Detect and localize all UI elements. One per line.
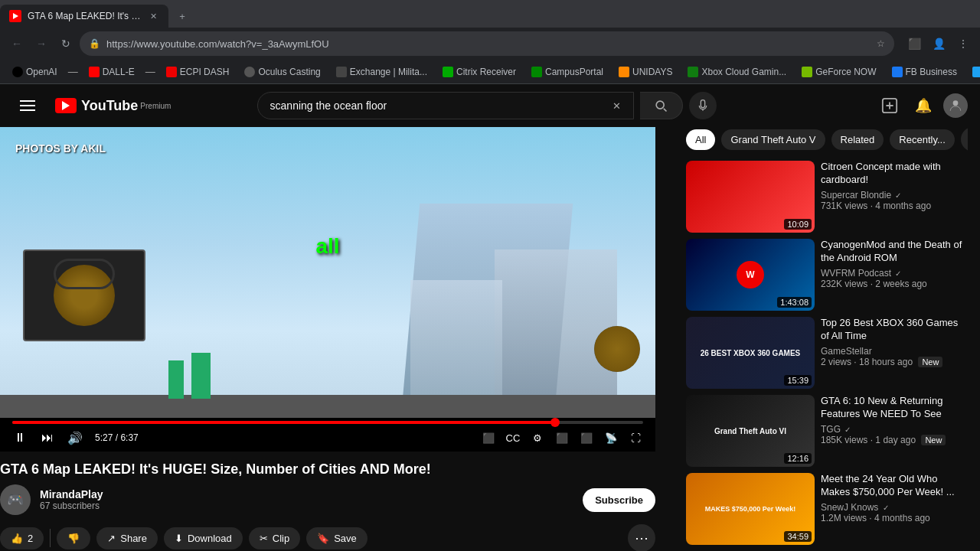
bookmark-dalle[interactable]: DALL-E — [83, 64, 141, 80]
verified-icon-1: ✓ — [895, 191, 901, 200]
more-actions-button[interactable]: ⋯ — [628, 524, 655, 551]
cast-button[interactable]: 📡 — [600, 427, 622, 448]
subscribe-button[interactable]: Subscribe — [583, 488, 655, 512]
active-tab[interactable]: GTA 6 Map LEAKED! It's H... ✕ — [0, 5, 168, 28]
related-meta-4: 185K views · 1 day ago New — [821, 435, 968, 445]
pill-all[interactable]: All — [686, 129, 715, 150]
svg-point-4 — [953, 100, 959, 106]
related-thumbnail-1: 10:09 — [686, 161, 815, 233]
address-bar[interactable]: 🔒 https://www.youtube.com/watch?v=_3aAwy… — [80, 31, 894, 56]
video-caption-text: all — [315, 234, 339, 259]
bookmark-star-icon[interactable]: ☆ — [877, 38, 885, 49]
bookmark-openai[interactable]: OpenAI — [6, 64, 64, 80]
settings-button[interactable]: ⚙ — [527, 427, 548, 448]
voice-search-button[interactable] — [689, 92, 717, 119]
clip-button[interactable]: ✂ Clip — [249, 527, 300, 549]
forward-button[interactable]: → — [31, 33, 52, 54]
progress-bar[interactable] — [12, 421, 643, 424]
tab-title: GTA 6 Map LEAKED! It's H... — [28, 11, 141, 21]
search-bar[interactable]: ✕ — [257, 92, 634, 119]
bookmark-citrix[interactable]: Citrix Receiver — [436, 64, 522, 80]
search-button[interactable] — [640, 92, 683, 119]
bookmark-campus[interactable]: CampusPortal — [525, 64, 609, 80]
bookmark-exchange[interactable]: Exchange | Milita... — [330, 64, 433, 80]
chapters-button[interactable]: ⬛ — [478, 427, 499, 448]
save-button[interactable]: 🔖 Save — [306, 527, 368, 549]
bookmark-favicon-twitter1 — [972, 67, 980, 77]
video-watermark: PHOTOS BY AKIL — [15, 142, 106, 155]
share-button[interactable]: ↗ Share — [96, 527, 158, 549]
download-icon: ⬇ — [175, 533, 183, 544]
bookmark-unidays[interactable]: UNIDAYS — [612, 64, 678, 80]
notifications-button[interactable]: 🔔 — [910, 92, 937, 119]
category-pills: All Grand Theft Auto V Related Recently.… — [686, 127, 968, 152]
browser-menu-button[interactable]: ⋮ — [952, 33, 974, 54]
bookmark-favicon-ecpi — [166, 67, 177, 77]
download-button[interactable]: ⬇ Download — [164, 527, 243, 549]
thumbnail-text-5: MAKES $750,000 Per Week! — [702, 502, 799, 516]
video-player[interactable]: PHOTOS BY AKIL all — [0, 127, 655, 418]
related-video-4[interactable]: Grand Theft Auto VI 12:16 GTA 6: 10 New … — [686, 395, 968, 467]
dislike-button[interactable]: 👎 — [57, 527, 90, 549]
channel-avatar[interactable]: 🎮 — [0, 484, 31, 515]
bookmark-favicon-dalle — [89, 67, 100, 77]
back-button[interactable]: ← — [6, 33, 28, 54]
related-title-4: GTA 6: 10 New & Returning Features We NE… — [821, 395, 968, 421]
menu-button[interactable] — [12, 90, 43, 121]
bookmark-oculus[interactable]: Oculus Casting — [238, 64, 326, 80]
search-input[interactable] — [270, 99, 612, 112]
thumbnail-text-4: Grand Theft Auto VI — [711, 424, 789, 439]
tab-close-button[interactable]: ✕ — [147, 10, 159, 22]
new-tab-button[interactable]: + — [172, 5, 193, 27]
related-channel-2: WVFRM Podcast ✓ — [821, 268, 968, 279]
related-videos-list: 10:09 Citroen Concept made with cardboar… — [686, 161, 968, 551]
fullscreen-button[interactable]: ⛶ — [625, 427, 646, 448]
youtube-logo-text: YouTube — [81, 98, 138, 114]
theater-button[interactable]: ⬛ — [576, 427, 597, 448]
pill-gta[interactable]: Grand Theft Auto V — [721, 129, 825, 150]
lock-icon: 🔒 — [89, 38, 100, 49]
related-video-1[interactable]: 10:09 Citroen Concept made with cardboar… — [686, 161, 968, 233]
video-end-card[interactable] — [594, 326, 640, 372]
pause-button[interactable]: ⏸ — [9, 427, 31, 448]
tab-bar: GTA 6 Map LEAKED! It's H... ✕ + — [0, 0, 980, 28]
subtitles-button[interactable]: CC — [502, 427, 524, 448]
profile-button[interactable]: 👤 — [928, 33, 949, 54]
clip-label: Clip — [273, 533, 289, 544]
bookmark-favicon-exchange — [336, 67, 347, 77]
create-button[interactable] — [876, 92, 903, 119]
miniplayer-button[interactable]: ⬛ — [551, 427, 573, 448]
related-video-3[interactable]: 26 BEST XBOX 360 GAMES 15:39 Top 26 Best… — [686, 317, 968, 389]
like-count: 2 — [28, 533, 33, 544]
like-button[interactable]: 👍 2 — [0, 527, 44, 549]
bookmark-geforce[interactable]: GeForce NOW — [795, 64, 882, 80]
related-video-2[interactable]: W 1:43:08 CyanogenMod and the Death of t… — [686, 239, 968, 311]
related-video-5[interactable]: MAKES $750,000 Per Week! 34:59 Meet the … — [686, 473, 968, 545]
browser-chrome: GTA 6 Map LEAKED! It's H... ✕ + ← → ↻ 🔒 … — [0, 0, 980, 84]
search-clear-icon[interactable]: ✕ — [612, 100, 621, 112]
time-display: 5:27 / 6:37 — [95, 432, 139, 443]
next-button[interactable]: ⏭ — [37, 427, 58, 448]
related-meta-1: 731K views · 4 months ago — [821, 201, 968, 211]
pills-next-button[interactable]: › — [961, 127, 968, 152]
related-thumbnail-4: Grand Theft Auto VI 12:16 — [686, 395, 815, 467]
bookmark-favicon-oculus — [244, 67, 255, 77]
bookmark-fb[interactable]: FB Business — [886, 64, 963, 80]
youtube-logo[interactable]: YouTube Premium — [55, 98, 171, 114]
browser-controls: ← → ↻ 🔒 https://www.youtube.com/watch?v=… — [0, 28, 980, 60]
related-channel-4: TGG ✓ — [821, 424, 968, 435]
video-tree2 — [191, 353, 211, 399]
facecam-headset — [54, 259, 115, 289]
bookmark-xbox[interactable]: Xbox Cloud Gamin... — [681, 64, 792, 80]
refresh-button[interactable]: ↻ — [55, 33, 77, 54]
user-avatar[interactable] — [943, 93, 968, 118]
pill-related[interactable]: Related — [831, 129, 884, 150]
related-info-3: Top 26 Best XBOX 360 Games of All Time G… — [821, 317, 968, 389]
volume-button[interactable]: 🔊 — [64, 427, 86, 448]
bookmark-ecpi[interactable]: ECPI DASH — [160, 64, 236, 80]
extensions-button[interactable]: ⬛ — [903, 33, 925, 54]
related-duration-1: 10:09 — [784, 219, 812, 230]
bookmark-twitter1[interactable]: Twitter — [966, 64, 980, 80]
pill-recently[interactable]: Recently... — [890, 129, 954, 150]
bookmark-favicon-geforce — [802, 67, 812, 77]
